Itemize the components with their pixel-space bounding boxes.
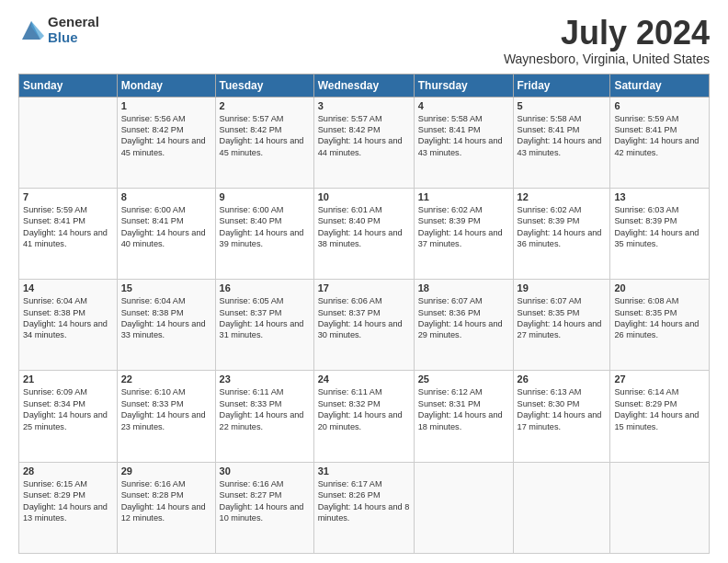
calendar-cell: 31Sunrise: 6:17 AM Sunset: 8:26 PM Dayli…: [313, 462, 414, 553]
cell-info: Sunrise: 6:12 AM Sunset: 8:31 PM Dayligh…: [418, 386, 509, 432]
day-number: 6: [614, 100, 705, 111]
cell-info: Sunrise: 6:02 AM Sunset: 8:39 PM Dayligh…: [518, 204, 607, 250]
calendar-week-row: 1Sunrise: 5:56 AM Sunset: 8:42 PM Daylig…: [19, 97, 710, 188]
day-number: 8: [121, 191, 211, 202]
calendar-cell: [19, 97, 118, 188]
cell-info: Sunrise: 6:16 AM Sunset: 8:27 PM Dayligh…: [220, 478, 310, 524]
calendar-cell: 27Sunrise: 6:14 AM Sunset: 8:29 PM Dayli…: [610, 371, 710, 462]
cell-info: Sunrise: 6:02 AM Sunset: 8:39 PM Dayligh…: [418, 204, 509, 250]
cell-info: Sunrise: 6:06 AM Sunset: 8:37 PM Dayligh…: [318, 295, 410, 341]
day-number: 23: [220, 373, 310, 385]
day-number: 24: [318, 373, 410, 385]
cell-info: Sunrise: 5:59 AM Sunset: 8:41 PM Dayligh…: [23, 204, 113, 250]
calendar-cell: 25Sunrise: 6:12 AM Sunset: 8:31 PM Dayli…: [414, 371, 513, 462]
calendar-cell: 15Sunrise: 6:04 AM Sunset: 8:38 PM Dayli…: [117, 280, 215, 371]
calendar-week-row: 21Sunrise: 6:09 AM Sunset: 8:34 PM Dayli…: [19, 371, 710, 462]
day-header-saturday: Saturday: [610, 74, 710, 97]
calendar-cell: [610, 462, 710, 553]
cell-info: Sunrise: 6:13 AM Sunset: 8:30 PM Dayligh…: [518, 386, 607, 432]
cell-info: Sunrise: 5:57 AM Sunset: 8:42 PM Dayligh…: [220, 113, 310, 159]
calendar-cell: 26Sunrise: 6:13 AM Sunset: 8:30 PM Dayli…: [513, 371, 610, 462]
cell-info: Sunrise: 6:14 AM Sunset: 8:29 PM Dayligh…: [614, 386, 705, 432]
calendar-cell: 3Sunrise: 5:57 AM Sunset: 8:42 PM Daylig…: [313, 97, 414, 188]
calendar-cell: 18Sunrise: 6:07 AM Sunset: 8:36 PM Dayli…: [414, 280, 513, 371]
day-number: 28: [23, 465, 113, 477]
calendar-week-row: 28Sunrise: 6:15 AM Sunset: 8:29 PM Dayli…: [19, 462, 710, 553]
calendar-cell: 17Sunrise: 6:06 AM Sunset: 8:37 PM Dayli…: [313, 280, 414, 371]
calendar-cell: 7Sunrise: 5:59 AM Sunset: 8:41 PM Daylig…: [19, 188, 118, 279]
day-number: 31: [318, 465, 410, 477]
day-number: 21: [23, 373, 113, 385]
calendar-cell: 23Sunrise: 6:11 AM Sunset: 8:33 PM Dayli…: [215, 371, 313, 462]
calendar-cell: 9Sunrise: 6:00 AM Sunset: 8:40 PM Daylig…: [215, 188, 313, 279]
calendar-cell: 12Sunrise: 6:02 AM Sunset: 8:39 PM Dayli…: [513, 188, 610, 279]
calendar-cell: 21Sunrise: 6:09 AM Sunset: 8:34 PM Dayli…: [19, 371, 118, 462]
cell-info: Sunrise: 6:01 AM Sunset: 8:40 PM Dayligh…: [318, 204, 410, 250]
calendar-cell: 16Sunrise: 6:05 AM Sunset: 8:37 PM Dayli…: [215, 280, 313, 371]
calendar-cell: 19Sunrise: 6:07 AM Sunset: 8:35 PM Dayli…: [513, 280, 610, 371]
calendar-cell: 10Sunrise: 6:01 AM Sunset: 8:40 PM Dayli…: [313, 188, 414, 279]
day-number: 20: [614, 282, 705, 293]
calendar-cell: 14Sunrise: 6:04 AM Sunset: 8:38 PM Dayli…: [19, 280, 118, 371]
cell-info: Sunrise: 6:00 AM Sunset: 8:41 PM Dayligh…: [121, 204, 211, 250]
calendar-week-row: 7Sunrise: 5:59 AM Sunset: 8:41 PM Daylig…: [19, 188, 710, 279]
day-number: 1: [121, 100, 211, 111]
cell-info: Sunrise: 6:16 AM Sunset: 8:28 PM Dayligh…: [121, 478, 211, 524]
calendar-cell: 11Sunrise: 6:02 AM Sunset: 8:39 PM Dayli…: [414, 188, 513, 279]
subtitle: Waynesboro, Virginia, United States: [504, 52, 710, 66]
day-number: 18: [418, 282, 509, 293]
day-number: 10: [318, 191, 410, 202]
logo: General Blue: [18, 15, 99, 45]
day-header-monday: Monday: [117, 74, 215, 97]
day-header-wednesday: Wednesday: [313, 74, 414, 97]
cell-info: Sunrise: 6:15 AM Sunset: 8:29 PM Dayligh…: [23, 478, 113, 524]
day-number: 3: [318, 100, 410, 111]
day-header-friday: Friday: [513, 74, 610, 97]
day-number: 9: [220, 191, 310, 202]
calendar-cell: 4Sunrise: 5:58 AM Sunset: 8:41 PM Daylig…: [414, 97, 513, 188]
calendar-cell: 30Sunrise: 6:16 AM Sunset: 8:27 PM Dayli…: [215, 462, 313, 553]
calendar-week-row: 14Sunrise: 6:04 AM Sunset: 8:38 PM Dayli…: [19, 280, 710, 371]
day-number: 2: [220, 100, 310, 111]
day-number: 11: [418, 191, 509, 202]
day-number: 12: [518, 191, 607, 202]
calendar-header-row: SundayMondayTuesdayWednesdayThursdayFrid…: [19, 74, 710, 97]
day-number: 14: [23, 282, 113, 293]
calendar-cell: 5Sunrise: 5:58 AM Sunset: 8:41 PM Daylig…: [513, 97, 610, 188]
day-number: 19: [518, 282, 607, 293]
logo-blue: Blue: [48, 30, 99, 46]
cell-info: Sunrise: 5:59 AM Sunset: 8:41 PM Dayligh…: [614, 113, 705, 159]
page: General Blue July 2024 Waynesboro, Virgi…: [0, 0, 728, 563]
day-number: 16: [220, 282, 310, 293]
calendar-cell: 22Sunrise: 6:10 AM Sunset: 8:33 PM Dayli…: [117, 371, 215, 462]
day-number: 29: [121, 465, 211, 477]
cell-info: Sunrise: 6:09 AM Sunset: 8:34 PM Dayligh…: [23, 386, 113, 432]
day-number: 26: [518, 373, 607, 385]
day-number: 30: [220, 465, 310, 477]
calendar-cell: 29Sunrise: 6:16 AM Sunset: 8:28 PM Dayli…: [117, 462, 215, 553]
calendar-cell: 28Sunrise: 6:15 AM Sunset: 8:29 PM Dayli…: [19, 462, 118, 553]
day-number: 13: [614, 191, 705, 202]
title-block: July 2024 Waynesboro, Virginia, United S…: [504, 15, 710, 66]
calendar-cell: 13Sunrise: 6:03 AM Sunset: 8:39 PM Dayli…: [610, 188, 710, 279]
day-number: 5: [518, 100, 607, 111]
day-header-tuesday: Tuesday: [215, 74, 313, 97]
main-title: July 2024: [504, 15, 710, 52]
cell-info: Sunrise: 6:05 AM Sunset: 8:37 PM Dayligh…: [220, 295, 310, 341]
cell-info: Sunrise: 5:58 AM Sunset: 8:41 PM Dayligh…: [418, 113, 509, 159]
cell-info: Sunrise: 6:10 AM Sunset: 8:33 PM Dayligh…: [121, 386, 211, 432]
calendar-cell: [513, 462, 610, 553]
cell-info: Sunrise: 6:07 AM Sunset: 8:36 PM Dayligh…: [418, 295, 509, 341]
cell-info: Sunrise: 6:07 AM Sunset: 8:35 PM Dayligh…: [518, 295, 607, 341]
cell-info: Sunrise: 6:17 AM Sunset: 8:26 PM Dayligh…: [318, 478, 410, 524]
day-number: 27: [614, 373, 705, 385]
logo-icon: [18, 17, 44, 43]
cell-info: Sunrise: 6:00 AM Sunset: 8:40 PM Dayligh…: [220, 204, 310, 250]
cell-info: Sunrise: 6:08 AM Sunset: 8:35 PM Dayligh…: [614, 295, 705, 341]
day-number: 17: [318, 282, 410, 293]
cell-info: Sunrise: 5:58 AM Sunset: 8:41 PM Dayligh…: [518, 113, 607, 159]
cell-info: Sunrise: 5:56 AM Sunset: 8:42 PM Dayligh…: [121, 113, 211, 159]
calendar-cell: 8Sunrise: 6:00 AM Sunset: 8:41 PM Daylig…: [117, 188, 215, 279]
cell-info: Sunrise: 6:03 AM Sunset: 8:39 PM Dayligh…: [614, 204, 705, 250]
calendar-table: SundayMondayTuesdayWednesdayThursdayFrid…: [18, 74, 710, 554]
